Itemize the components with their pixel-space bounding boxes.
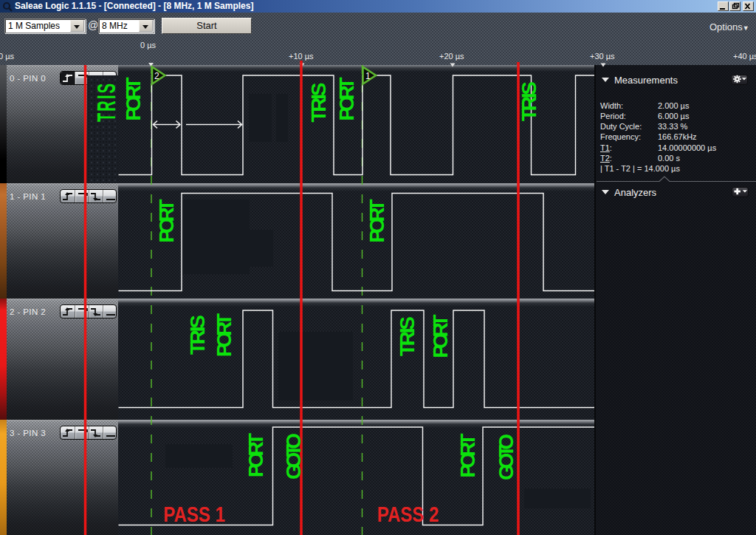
svg-text:TRIS: TRIS — [92, 84, 120, 122]
svg-text:PORT: PORT — [365, 200, 388, 243]
svg-text:1: 1 — [365, 71, 371, 81]
svg-text:PASS 2: PASS 2 — [377, 502, 439, 526]
svg-text:PORT: PORT — [122, 78, 145, 121]
svg-text:GOTO: GOTO — [282, 433, 305, 480]
svg-text:TRIS: TRIS — [518, 81, 540, 121]
svg-text:TRIS: TRIS — [186, 315, 209, 355]
svg-text:PORT: PORT — [429, 315, 452, 358]
svg-text:PORT: PORT — [456, 434, 479, 478]
svg-text:PORT: PORT — [155, 200, 178, 243]
svg-text:PASS 1: PASS 1 — [163, 502, 225, 526]
svg-text:TRIS: TRIS — [396, 316, 419, 356]
svg-text:PORT: PORT — [335, 78, 358, 121]
svg-text:GOTO: GOTO — [495, 434, 518, 480]
svg-text:TRIS: TRIS — [307, 83, 330, 123]
svg-text:2: 2 — [154, 71, 159, 81]
svg-text:PORT: PORT — [213, 313, 236, 357]
svg-text:PORT: PORT — [244, 433, 267, 477]
